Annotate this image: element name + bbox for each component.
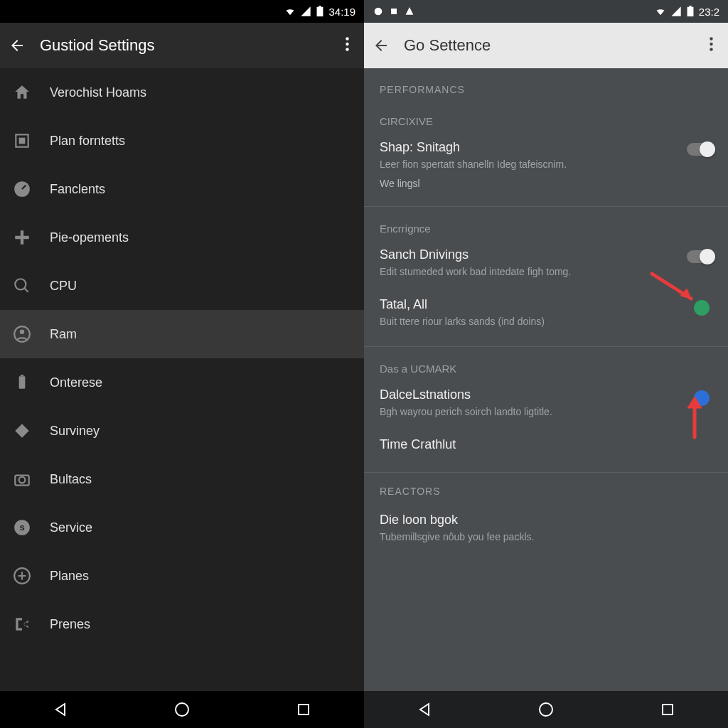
section-reactors: REACTORS [364, 476, 728, 504]
pref-time-crathlut[interactable]: Time Crathlut [364, 429, 728, 465]
divider [364, 206, 728, 207]
svg-point-20 [375, 8, 382, 16]
subheader-das-ucmark: Das a UCMARK [364, 350, 728, 379]
svg-rect-22 [687, 7, 693, 16]
page-title-left: Gustiod Settings [40, 36, 324, 55]
list-item-onterese[interactable]: Onterese [0, 358, 364, 407]
back-icon[interactable] [9, 37, 26, 54]
svg-point-27 [540, 703, 552, 716]
svg-rect-19 [299, 705, 309, 714]
svg-rect-23 [689, 6, 692, 7]
pref-subtitle: Bgh wayrou perich soirch landto ligtitle… [380, 405, 712, 419]
toggle-sanch[interactable] [687, 250, 712, 263]
svg-rect-1 [319, 6, 322, 7]
statusbar-left: 34:19 [0, 0, 364, 23]
square-icon [13, 132, 31, 150]
indicator-blue [694, 390, 710, 406]
pref-title: Die loon bgok [380, 513, 712, 528]
wifi-icon [284, 6, 296, 17]
svg-rect-21 [391, 9, 397, 14]
list-item-prenes[interactable]: Prenes [0, 600, 364, 648]
section-performancs: PERFORMANCS [364, 68, 728, 102]
list-item-pie-opements[interactable]: Pie-opements [0, 213, 364, 262]
more-button-left[interactable] [338, 37, 355, 54]
pref-shap-snitagh[interactable]: Shap: Snitagh Leer fion spertatt shanell… [364, 132, 728, 199]
plus-circle-icon [13, 567, 31, 585]
appbar-left: Gustiod Settings [0, 23, 364, 68]
settings-detail: PERFORMANCS CIRCIXIVE Shap: Snitagh Leer… [364, 68, 728, 691]
status-time: 34:19 [328, 6, 355, 18]
gauge-icon [13, 180, 31, 198]
pref-subtitle: Leer fion spertatt shanelln Ideg tafeisc… [380, 158, 712, 172]
svg-point-25 [710, 43, 712, 46]
pref-subtitle: Edit stumeded work bad intedate figh tom… [380, 265, 712, 279]
statusbar-right: 23:2 [364, 0, 728, 23]
nav-home-icon[interactable] [173, 701, 191, 718]
diamond-icon [13, 422, 31, 440]
svg-rect-11 [19, 376, 26, 388]
appbar-right: Go Settence [364, 23, 728, 68]
list-item-cpu[interactable]: CPU [0, 262, 364, 310]
plus-icon [13, 228, 31, 247]
page-title-right: Go Settence [404, 36, 688, 55]
list-item-bultacs[interactable]: Bultacs [0, 455, 364, 503]
camera-icon [13, 470, 31, 488]
list-item-label: Service [50, 520, 92, 535]
svg-rect-0 [317, 7, 323, 16]
nav-back-icon[interactable] [52, 701, 69, 718]
battery-icon [316, 6, 324, 17]
pref-tatal-all[interactable]: Tatal, All Buit ttere riour larks sands … [364, 289, 728, 339]
list-item-ram[interactable]: Ram [0, 310, 364, 358]
list-item-label: Plan forntetts [50, 134, 125, 149]
divider [364, 346, 728, 347]
pref-dalcelstnations[interactable]: DalceLstnations Bgh wayrou perich soirch… [364, 379, 728, 429]
more-button-right[interactable] [702, 37, 719, 54]
nav-home-icon[interactable] [537, 701, 555, 718]
nav-recent-icon[interactable] [295, 701, 312, 718]
nav-back-icon[interactable] [416, 701, 433, 718]
right-phone: 23:2 Go Settence PERFORMANCS CIRCIXIVE S… [364, 0, 728, 728]
wifi-icon [655, 6, 666, 17]
list-item-service[interactable]: sService [0, 503, 364, 552]
status-icon-1 [373, 6, 384, 17]
status-icon-2 [388, 6, 400, 17]
pref-sanch-dnivings[interactable]: Sanch Dnivings Edit stumeded work bad in… [364, 239, 728, 289]
pref-die-loon-bgok[interactable]: Die loon bgok Tubemillsgive nôub you fee… [364, 504, 728, 555]
list-item-label: Planes [50, 569, 89, 584]
status-icon-3 [404, 6, 415, 17]
list-item-surviney[interactable]: Surviney [0, 407, 364, 455]
svg-rect-28 [663, 705, 673, 714]
svg-point-14 [19, 477, 26, 483]
battery-icon [13, 373, 31, 392]
navbar-left [0, 691, 364, 728]
list-item-label: Ram [50, 327, 77, 342]
svg-point-10 [20, 330, 25, 335]
search-icon [13, 277, 31, 295]
list-item-label: Bultacs [50, 472, 92, 487]
person-icon [13, 325, 31, 343]
svg-point-8 [15, 279, 26, 289]
indicator-green [694, 300, 710, 316]
list-item-verochist-hoams[interactable]: Verochist Hoams [0, 68, 364, 117]
pref-title: DalceLstnations [380, 387, 712, 402]
subheader-circixive: CIRCIXIVE [364, 102, 728, 132]
battery-icon [686, 6, 695, 17]
back-icon[interactable] [373, 37, 390, 54]
svg-text:s: s [19, 522, 24, 532]
pref-subtitle: Tubemillsgive nôub you fee packls. [380, 530, 712, 545]
list-item-label: Onterese [50, 375, 102, 390]
svg-point-3 [346, 43, 348, 46]
list-item-label: CPU [50, 279, 77, 294]
nav-recent-icon[interactable] [659, 701, 676, 718]
list-item-planes[interactable]: Planes [0, 552, 364, 600]
svg-rect-12 [21, 375, 23, 376]
exit-icon [13, 615, 31, 633]
toggle-shap[interactable] [687, 143, 712, 156]
circle-s-icon: s [13, 518, 31, 537]
svg-point-4 [346, 48, 348, 50]
list-item-plan-forntetts[interactable]: Plan forntetts [0, 117, 364, 165]
divider [364, 472, 728, 473]
list-item-fanclents[interactable]: Fanclents [0, 165, 364, 213]
svg-rect-6 [19, 138, 26, 144]
pref-subtitle: Buit ttere riour larks sands (ind doins) [380, 315, 712, 329]
